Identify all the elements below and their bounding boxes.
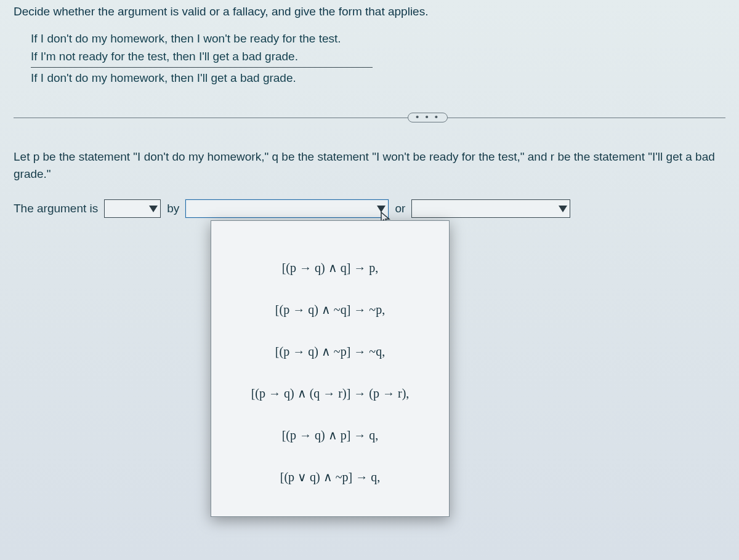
form-dropdown-panel: [(p → q) ∧ q] → p, [(p → q) ∧ ~q] → ~p, …	[211, 220, 450, 517]
conclusion: If I don't do my homework, then I'll get…	[31, 69, 296, 87]
premise-2: If I'm not ready for the test, then I'll…	[31, 47, 298, 65]
divider-line-left	[14, 118, 408, 118]
dropdown-option[interactable]: [(p → q) ∧ q] → p,	[211, 247, 449, 289]
premise-1: If I don't do my homework, then I won't …	[31, 30, 341, 47]
section-divider: • • •	[14, 113, 725, 122]
form-select-primary[interactable]	[185, 199, 389, 218]
answer-row: The argument is by or	[14, 199, 725, 218]
or-text: or	[395, 202, 405, 215]
dropdown-option[interactable]: [(p → q) ∧ ~q] → ~p,	[211, 289, 449, 330]
argument-conclusion-wrap: If I don't do my homework, then I'll get…	[31, 69, 725, 87]
validity-select[interactable]	[104, 199, 161, 218]
dropdown-option[interactable]: [(p → q) ∧ (q → r)] → (p → r),	[211, 372, 449, 414]
by-text: by	[167, 202, 179, 215]
dropdown-option[interactable]: [(p → q) ∧ ~p] → ~q,	[211, 330, 449, 372]
divider-line-right	[448, 118, 725, 118]
answer-lead-text: The argument is	[14, 202, 98, 215]
dropdown-option[interactable]: [(p ∨ q) ∧ ~p] → q,	[211, 456, 449, 498]
chevron-down-icon	[149, 206, 158, 212]
question-prompt: Decide whether the argument is valid or …	[14, 5, 725, 18]
argument-premises: If I don't do my homework, then I won't …	[31, 30, 725, 66]
variable-definition: Let p be the statement "I don't do my ho…	[14, 148, 725, 182]
chevron-down-icon	[559, 206, 567, 212]
ellipsis-button[interactable]: • • •	[408, 113, 448, 122]
chevron-down-icon	[377, 206, 386, 212]
question-content: Decide whether the argument is valid or …	[0, 0, 739, 218]
premise-divider	[31, 67, 373, 68]
dropdown-option[interactable]: [(p → q) ∧ p] → q,	[211, 414, 449, 456]
form-select-secondary[interactable]	[411, 199, 570, 218]
